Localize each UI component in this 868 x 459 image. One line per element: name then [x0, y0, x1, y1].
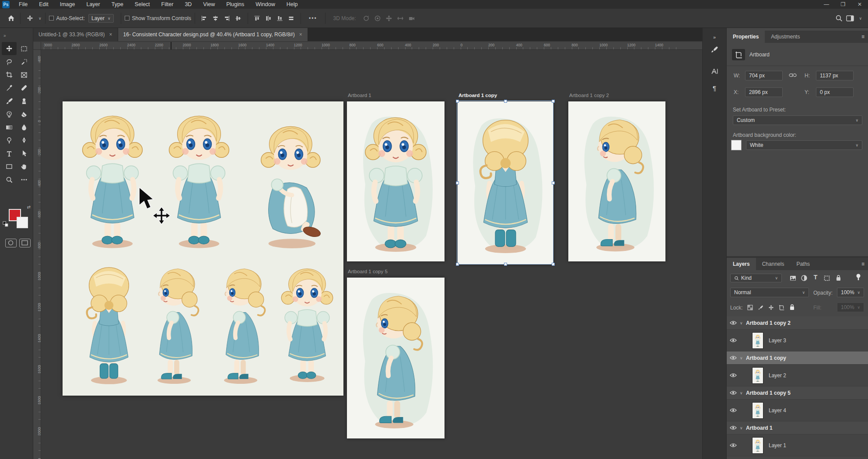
move-tool-options-icon[interactable] [24, 13, 35, 24]
lock-artboard-icon[interactable] [777, 303, 786, 312]
eyedropper-tool[interactable] [2, 81, 17, 94]
align-right-edges-icon[interactable] [221, 13, 233, 24]
menu-item-filter[interactable]: Filter [156, 0, 179, 9]
layer-thumbnail[interactable] [752, 402, 763, 419]
paragraph-panel-icon[interactable]: ¶ [709, 82, 720, 94]
tab-layers[interactable]: Layers [727, 258, 756, 270]
align-horizontal-centers-icon[interactable] [210, 13, 221, 24]
more-options-icon[interactable]: ••• [309, 15, 317, 21]
swap-colors-icon[interactable]: ⇄ [27, 205, 31, 209]
transform-handle[interactable] [456, 181, 459, 184]
dodge-tool[interactable] [2, 134, 17, 147]
default-colors-icon[interactable] [3, 221, 8, 227]
layer-row[interactable]: Layer 3 [727, 330, 868, 351]
x-field[interactable]: 2896 px [745, 87, 783, 97]
blur-tool[interactable] [17, 121, 32, 134]
artboard[interactable] [458, 101, 553, 264]
frame-tool[interactable] [17, 68, 32, 81]
distribute-bottom-edges-icon[interactable] [274, 13, 286, 24]
align-left-edges-icon[interactable] [199, 13, 210, 24]
visibility-eye-icon[interactable] [727, 443, 740, 448]
layer-row[interactable]: Layer 2 [727, 365, 868, 386]
path-selection-tool[interactable] [17, 147, 32, 160]
artboard-label[interactable]: Artboard 1 copy [458, 93, 497, 98]
visibility-eye-icon[interactable] [727, 338, 740, 343]
artboard[interactable] [568, 101, 665, 261]
layer-row-artboard[interactable]: ∨Artboard 1 copy 2 [727, 316, 868, 330]
brushes-panel-icon[interactable] [709, 44, 720, 55]
expand-chevron-icon[interactable]: ∨ [740, 356, 746, 360]
layer-thumbnail[interactable] [752, 437, 763, 454]
zoom-tool[interactable] [2, 173, 17, 186]
menu-item-plugins[interactable]: Plugins [220, 0, 250, 9]
layer-thumbnail[interactable] [752, 367, 763, 384]
tab-close-icon[interactable]: × [109, 31, 112, 38]
layer-row-artboard[interactable]: ∨Artboard 1 copy [727, 351, 868, 365]
lasso-tool[interactable] [2, 55, 17, 68]
tab-paths[interactable]: Paths [790, 258, 816, 270]
transform-handle[interactable] [552, 181, 555, 184]
transform-handle[interactable] [552, 100, 555, 103]
auto-select-checkbox[interactable] [49, 16, 54, 21]
artboard-bg-select[interactable]: White∨ [746, 140, 862, 150]
pen-tool[interactable] [17, 134, 32, 147]
pixel-layers-filter-icon[interactable] [788, 274, 798, 282]
clone-stamp-tool[interactable] [17, 94, 32, 108]
layer-filter-select[interactable]: Kind∨ [730, 274, 782, 282]
transform-handle[interactable] [504, 100, 507, 103]
history-brush-tool[interactable] [2, 108, 17, 121]
workspace-icon[interactable] [844, 13, 856, 24]
align-vertical-centers-icon[interactable] [233, 13, 244, 24]
height-field[interactable]: 1137 px [816, 71, 854, 80]
workspace-chevron-icon[interactable]: ∨ [859, 16, 862, 21]
auto-select-target-select[interactable]: Layer ∨ [88, 14, 114, 23]
artboard[interactable] [347, 278, 444, 438]
close-button[interactable]: ✕ [851, 0, 868, 9]
visibility-eye-icon[interactable] [727, 320, 740, 325]
width-field[interactable]: 704 px [745, 71, 783, 80]
visibility-eye-icon[interactable] [727, 425, 740, 430]
visibility-eye-icon[interactable] [727, 390, 740, 395]
artboard-label[interactable]: Artboard 1 copy 5 [348, 269, 388, 274]
layer-row-artboard[interactable]: ∨Artboard 1 [727, 421, 868, 435]
background-color-swatch[interactable] [17, 217, 28, 228]
expand-chevron-icon[interactable]: ∨ [740, 391, 746, 395]
opacity-field[interactable]: 100%∨ [837, 288, 864, 297]
transform-handle[interactable] [456, 100, 459, 103]
brush-tool[interactable] [2, 94, 17, 108]
distribute-vertical-centers-icon[interactable] [263, 13, 274, 24]
menu-item-edit[interactable]: Edit [33, 0, 54, 9]
show-transform-checkbox[interactable] [125, 16, 130, 21]
menu-item-layer[interactable]: Layer [80, 0, 105, 9]
expand-panels-icon[interactable]: » [709, 31, 720, 43]
visibility-eye-icon[interactable] [727, 373, 740, 378]
character-sheet-image[interactable] [63, 101, 343, 396]
layer-thumbnail[interactable] [752, 332, 763, 349]
hand-tool[interactable] [17, 160, 32, 173]
preset-select[interactable]: Custom∨ [733, 115, 862, 125]
tab-properties[interactable]: Properties [727, 31, 765, 43]
properties-panel-menu-icon[interactable]: ≡ [861, 34, 864, 40]
canvas-area[interactable]: 3000280026002400220020001800160014001200… [33, 42, 702, 459]
tab-channels[interactable]: Channels [756, 258, 791, 270]
layers-panel-menu-icon[interactable]: ≡ [861, 261, 864, 267]
eraser-tool[interactable] [17, 108, 32, 121]
transform-handle[interactable] [456, 263, 459, 266]
menu-item-view[interactable]: View [197, 0, 220, 9]
search-icon[interactable] [833, 13, 844, 24]
lock-pixels-icon[interactable] [756, 303, 765, 312]
expand-chevron-icon[interactable]: ∨ [740, 321, 746, 325]
restore-button[interactable]: ❐ [835, 0, 851, 9]
visibility-eye-icon[interactable] [727, 408, 740, 413]
layer-row-artboard[interactable]: ∨Artboard 1 copy 5 [727, 386, 868, 400]
document-tab-character-design[interactable]: 16- Consistent Character design.psd @ 40… [118, 28, 308, 41]
artboard-label[interactable]: Artboard 1 [348, 93, 371, 98]
rectangle-tool[interactable] [2, 160, 17, 173]
distribute-top-edges-icon[interactable] [252, 13, 263, 24]
transform-handle[interactable] [552, 263, 555, 266]
distribute-horizontal-centers-icon[interactable] [286, 13, 297, 24]
document-tab-untitled[interactable]: Untitled-1 @ 33.3% (RGB/8) × [33, 28, 118, 41]
filter-toggle-icon[interactable] [854, 273, 863, 282]
lock-transparent-icon[interactable] [745, 303, 755, 312]
menu-item-window[interactable]: Window [250, 0, 280, 9]
